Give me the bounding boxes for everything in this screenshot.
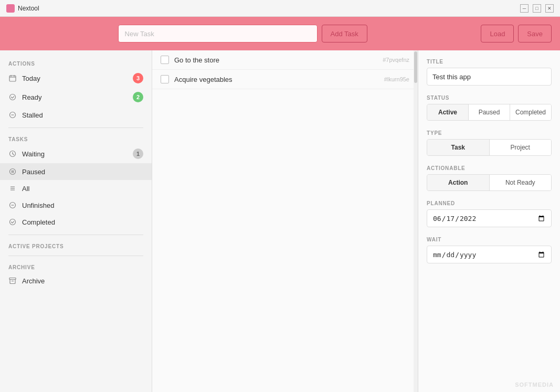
svg-point-10 [10,169,16,175]
circle-check-icon [8,93,17,101]
title-label: TITLE [427,59,552,65]
sidebar-item-waiting[interactable]: Waiting 1 [0,144,152,163]
divider-3 [8,256,143,256]
status-btn-group: Active Paused Completed [427,104,552,121]
active-projects-section-label: ACTIVE PROJECTS [0,239,152,251]
svg-rect-0 [9,76,16,81]
task-item[interactable]: Acquire vegetables #lkurn95e [152,70,418,89]
toolbar: Add Task Load Save [0,17,560,50]
sidebar-stalled-label: Stalled [22,111,143,119]
sidebar-all-label: All [22,185,143,193]
divider-1 [8,128,143,128]
planned-label: PLANNED [427,200,552,206]
title-bar-controls: ─ □ ✕ [520,4,554,13]
main-layout: ACTIONS Today 3 Ready 2 [0,50,560,392]
actionable-btn-group: Action Not Ready [427,174,552,191]
sidebar-item-unfinished[interactable]: Unfinished [0,197,152,214]
list-icon [8,184,17,193]
tasks-section-label: TASKS [0,132,152,144]
sidebar: ACTIONS Today 3 Ready 2 [0,50,152,392]
type-label: TYPE [427,130,552,136]
waiting-badge: 1 [133,149,143,159]
sidebar-item-completed[interactable]: Completed [0,214,152,230]
watermark: SOFTMEDIA [515,382,554,388]
app-name: Nextool [18,5,39,12]
sidebar-unfinished-label: Unfinished [22,202,143,209]
maximize-button[interactable]: □ [533,4,541,13]
wait-field: WAIT [427,237,552,263]
svg-point-18 [10,219,16,225]
scrollbar-thumb [414,51,417,83]
status-label: STATUS [427,95,552,101]
task-2-id: #lkurn95e [384,76,409,82]
circle-dash-icon [8,111,17,119]
actions-section-label: ACTIONS [0,57,152,69]
actionable-action-button[interactable]: Action [427,175,490,190]
sidebar-archive-label: Archive [22,277,143,285]
task-list: Go to the store #7pvqefnz Acquire vegeta… [152,50,418,392]
wait-date-input[interactable] [427,246,552,263]
actionable-label: ACTIONABLE [427,165,552,171]
clock-icon [8,150,17,158]
svg-rect-12 [13,171,14,173]
sidebar-completed-label: Completed [22,218,143,226]
task-2-checkbox[interactable] [161,75,169,83]
circle-minus-icon [8,201,17,209]
task-1-id: #7pvqefnz [383,57,409,63]
status-active-button[interactable]: Active [427,104,469,120]
load-button[interactable]: Load [481,25,514,43]
sidebar-ready-label: Ready [22,93,128,101]
new-task-input[interactable] [118,25,318,43]
type-task-button[interactable]: Task [427,140,490,155]
sidebar-item-today[interactable]: Today 3 [0,69,152,88]
task-1-checkbox[interactable] [161,56,169,64]
status-completed-button[interactable]: Completed [510,104,551,120]
sidebar-item-paused[interactable]: Paused [0,163,152,180]
planned-date-input[interactable] [427,209,552,227]
sidebar-item-ready[interactable]: Ready 2 [0,88,152,107]
add-task-button[interactable]: Add Task [322,25,367,43]
app-icon [6,4,15,13]
today-badge: 3 [133,73,143,83]
title-bar: Nextool ─ □ ✕ [0,0,560,17]
pause-icon [8,167,17,176]
type-btn-group: Task Project [427,139,552,156]
sidebar-waiting-label: Waiting [22,150,128,158]
title-field: TITLE [427,59,552,86]
actionable-notready-button[interactable]: Not Ready [490,175,552,190]
archive-section-label: ARCHIVE [0,260,152,272]
svg-point-4 [10,94,16,100]
divider-2 [8,235,143,235]
title-input[interactable] [427,68,552,86]
save-button[interactable]: Save [518,25,552,43]
sidebar-today-label: Today [22,75,128,82]
task-item[interactable]: Go to the store #7pvqefnz [152,50,418,70]
svg-rect-19 [9,278,16,280]
actionable-field: ACTIONABLE Action Not Ready [427,165,552,191]
scrollbar[interactable] [414,50,418,392]
calendar-icon [8,74,17,82]
svg-rect-11 [12,171,13,173]
archive-icon [8,277,17,285]
close-button[interactable]: ✕ [545,4,554,13]
sidebar-item-all[interactable]: All [0,180,152,197]
minimize-button[interactable]: ─ [520,4,529,13]
svg-line-9 [13,154,14,155]
sidebar-item-archive[interactable]: Archive [0,272,152,289]
task-1-name: Go to the store [174,56,377,64]
sidebar-item-stalled[interactable]: Stalled [0,107,152,123]
wait-label: WAIT [427,237,552,242]
status-field: STATUS Active Paused Completed [427,95,552,121]
type-project-button[interactable]: Project [490,140,552,155]
sidebar-paused-label: Paused [22,168,143,176]
status-paused-button[interactable]: Paused [469,104,510,120]
ready-badge: 2 [133,92,143,102]
circle-check2-icon [8,218,17,226]
planned-field: PLANNED [427,200,552,227]
task-2-name: Acquire vegetables [174,76,379,83]
title-bar-left: Nextool [6,4,39,13]
detail-panel: TITLE STATUS Active Paused Completed TYP… [418,50,560,392]
type-field: TYPE Task Project [427,130,552,156]
